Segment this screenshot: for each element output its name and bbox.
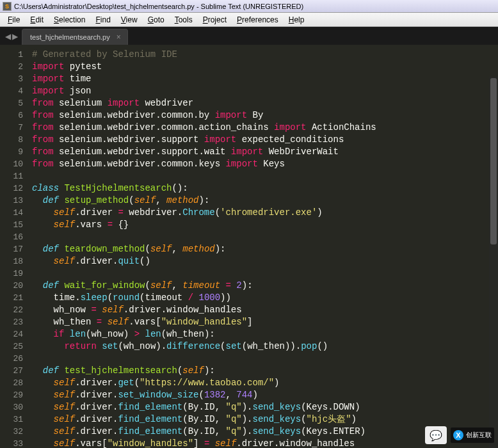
line-number: 11 [0, 170, 23, 182]
line-number: 15 [0, 219, 23, 231]
line-number: 14 [0, 207, 23, 219]
tab-label: test_hjchelmentsearch.py [30, 33, 110, 41]
code-line[interactable]: if len(wh_now) > len(wh_then): [32, 328, 498, 340]
line-number: 18 [0, 255, 23, 268]
menu-edit[interactable]: Edit [25, 14, 49, 26]
line-number: 27 [0, 365, 23, 377]
vertical-scrollbar[interactable] [489, 77, 498, 448]
line-number: 7 [0, 122, 23, 134]
line-number: 2 [0, 61, 23, 73]
line-number: 32 [0, 426, 23, 438]
line-number: 28 [0, 377, 23, 389]
code-line[interactable]: self.driver = webdriver.Chrome('chromedr… [32, 207, 498, 219]
code-line[interactable]: self.vars = {} [32, 219, 498, 231]
menu-tools[interactable]: Tools [170, 14, 198, 26]
menu-find[interactable]: Find [90, 14, 115, 26]
window-titlebar: S C:\Users\Administrator\Desktop\test_hj… [0, 0, 498, 13]
window-title: C:\Users\Administrator\Desktop\test_hjch… [14, 3, 303, 10]
code-line[interactable] [32, 268, 498, 280]
code-line[interactable]: import time [32, 73, 498, 85]
code-line[interactable]: self.driver.set_window_size(1382, 744) [32, 389, 498, 401]
line-number: 23 [0, 316, 23, 328]
editor[interactable]: 1234567891011121314151617181920212223242… [0, 45, 498, 448]
line-number: 4 [0, 85, 23, 97]
menu-view[interactable]: View [116, 14, 143, 26]
line-number: 22 [0, 304, 23, 316]
code-line[interactable]: from selenium.webdriver.common.keys impo… [32, 158, 498, 170]
brand-badge: X 创新互联 [451, 428, 494, 443]
line-number: 12 [0, 182, 23, 195]
code-line[interactable]: return set(wh_now).difference(set(wh_the… [32, 340, 498, 353]
code-line[interactable]: from selenium.webdriver.common.by import… [32, 109, 498, 122]
line-number: 29 [0, 389, 23, 401]
code-line[interactable]: from selenium.webdriver.support import e… [32, 134, 498, 146]
code-line[interactable]: time.sleep(round(timeout / 1000)) [32, 292, 498, 304]
menu-selection[interactable]: Selection [49, 14, 90, 26]
code-line[interactable]: from selenium import webdriver [32, 97, 498, 109]
code-line[interactable]: wh_now = self.driver.window_handles [32, 304, 498, 316]
code-line[interactable]: def wait_for_window(self, timeout = 2): [32, 280, 498, 292]
line-number: 30 [0, 401, 23, 413]
tab-close-icon[interactable]: × [116, 33, 121, 42]
code-line[interactable]: self.driver.quit() [32, 255, 498, 268]
line-number: 13 [0, 195, 23, 207]
file-tab[interactable]: test_hjchelmentsearch.py × [22, 29, 128, 45]
nav-back-icon[interactable]: ◀ [5, 32, 11, 41]
menu-preferences[interactable]: Preferences [232, 14, 284, 26]
code-line[interactable] [32, 231, 498, 243]
code-line[interactable]: def teardown_method(self, method): [32, 243, 498, 255]
code-line[interactable]: import pytest [32, 61, 498, 73]
line-number: 3 [0, 73, 23, 85]
app-icon: S [3, 2, 12, 11]
code-line[interactable]: class TestHjchelmentsearch(): [32, 182, 498, 195]
code-line[interactable]: def setup_method(self, method): [32, 195, 498, 207]
line-number: 17 [0, 243, 23, 255]
line-number: 21 [0, 292, 23, 304]
tab-nav-arrows[interactable]: ◀ ▶ [4, 29, 22, 45]
menubar: FileEditSelectionFindViewGotoToolsProjec… [0, 13, 498, 27]
line-number: 16 [0, 231, 23, 243]
code-line[interactable]: import json [32, 85, 498, 97]
code-area[interactable]: # Generated by Selenium IDEimport pytest… [29, 45, 498, 448]
code-line[interactable]: self.driver.find_element(By.ID, "q").sen… [32, 401, 498, 413]
line-number: 9 [0, 146, 23, 158]
line-number: 33 [0, 438, 23, 448]
code-line[interactable]: from selenium.webdriver.common.action_ch… [32, 122, 498, 134]
line-number: 5 [0, 97, 23, 109]
brand-text: 创新互联 [466, 431, 492, 440]
code-line[interactable]: wh_then = self.vars["window_handles"] [32, 316, 498, 328]
line-number: 31 [0, 413, 23, 426]
watermark: 💬 X 创新互联 [425, 426, 494, 444]
menu-project[interactable]: Project [198, 14, 232, 26]
menu-help[interactable]: Help [284, 14, 310, 26]
line-number: 24 [0, 328, 23, 340]
code-line[interactable]: def test_hjchelmentsearch(self): [32, 365, 498, 377]
code-line[interactable]: # Generated by Selenium IDE [32, 49, 498, 61]
wechat-icon: 💬 [425, 426, 447, 444]
scrollbar-thumb[interactable] [490, 78, 497, 244]
line-number: 25 [0, 340, 23, 353]
code-line[interactable]: self.driver.find_element(By.ID, "q").sen… [32, 413, 498, 426]
code-line[interactable] [32, 353, 498, 365]
line-number: 26 [0, 353, 23, 365]
code-line[interactable] [32, 170, 498, 182]
line-number: 6 [0, 109, 23, 122]
gutter: 1234567891011121314151617181920212223242… [0, 45, 29, 448]
menu-file[interactable]: File [3, 14, 25, 26]
line-number: 10 [0, 158, 23, 170]
line-number: 1 [0, 49, 23, 61]
tabbar: ◀ ▶ test_hjchelmentsearch.py × [0, 27, 498, 45]
code-line[interactable]: self.driver.get("https://www.taobao.com/… [32, 377, 498, 389]
menu-goto[interactable]: Goto [143, 14, 170, 26]
line-number: 8 [0, 134, 23, 146]
code-line[interactable]: from selenium.webdriver.support.wait imp… [32, 146, 498, 158]
brand-logo-icon: X [453, 430, 463, 440]
line-number: 19 [0, 268, 23, 280]
nav-forward-icon[interactable]: ▶ [12, 32, 18, 41]
line-number: 20 [0, 280, 23, 292]
